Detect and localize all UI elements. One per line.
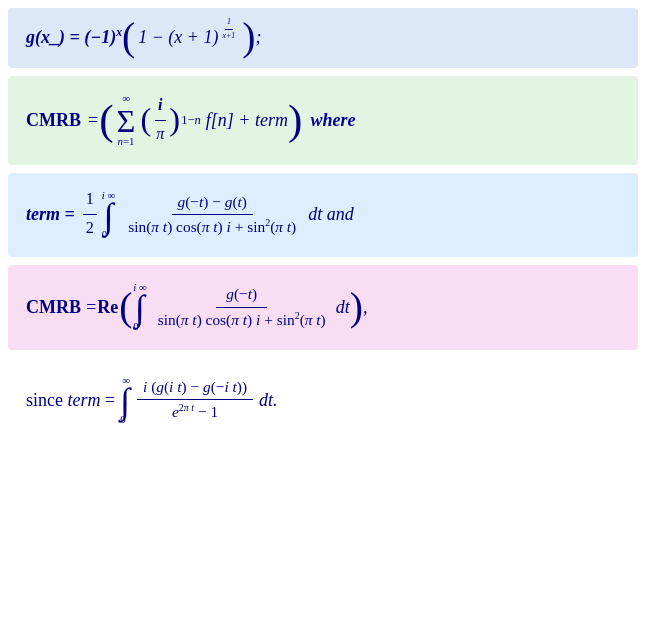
formula-block-1: g(x_) = (−1)x ( 1 − (x + 1)1x+1 ) ; — [8, 8, 638, 68]
re-frac: g(−t) sin(π t) cos(π t) i + sin2(π t) — [154, 282, 330, 332]
half-frac: 1 2 — [83, 187, 97, 242]
since-text: since term = — [26, 386, 115, 415]
formula-g: g(x_) = (−1)x ( 1 − (x + 1)1x+1 ) ; — [26, 22, 261, 54]
re-paren-close: ) — [350, 292, 363, 324]
i-over-pi: i π — [153, 93, 167, 148]
since-frac: i (g(i t) − g(−i t)) e2π t − 1 — [137, 375, 253, 425]
integrand-frac: g(−t) − g(t) sin(π t) cos(π t) i + sin2(… — [122, 190, 302, 240]
g-content: 1 − (x + 1)1x+1 — [138, 23, 239, 52]
integral-1: i ∞ ∫ 0 — [102, 187, 115, 244]
formula-term: term = 1 2 i ∞ ∫ 0 g(−t) − g(t) sin(π t)… — [26, 187, 354, 244]
cmrb-label-2: CMRB — [26, 293, 81, 322]
formula-since: since term = ∞ ∫ 0 i (g(i t) − g(−i t)) … — [26, 372, 278, 429]
exponent-1n: 1−n — [181, 110, 201, 130]
comma: , — [363, 293, 368, 322]
fn-term: f[n] + term — [206, 106, 288, 135]
formula-block-4: CMRB = Re ( i ∞ ∫ 0 g(−t) sin(π t) cos(π… — [8, 265, 638, 350]
outer-paren-close: ) — [288, 103, 302, 138]
formula-block-3: term = 1 2 i ∞ ∫ 0 g(−t) − g(t) sin(π t)… — [8, 173, 638, 258]
equals-2: = — [85, 293, 97, 322]
re-label: Re — [97, 293, 118, 322]
formula-block-2: CMRB = ( ∞ Σ n=1 ( i π ) 1−n f[n] + term… — [8, 76, 638, 165]
big-paren-open: ( — [122, 22, 135, 54]
dt-and: dt and — [308, 200, 354, 229]
inner-paren-open: ( — [140, 107, 151, 133]
g-lhs: g(x_) = (−1)x — [26, 23, 122, 52]
integral-2: i ∞ ∫ 0 — [133, 279, 146, 336]
g-semicolon: ; — [255, 23, 261, 52]
equals: = — [87, 106, 99, 135]
where-text: where — [310, 106, 355, 135]
outer-paren-open: ( — [99, 103, 113, 138]
formula-cmrb-re: CMRB = Re ( i ∞ ∫ 0 g(−t) sin(π t) cos(π… — [26, 279, 367, 336]
dt-period: dt. — [259, 386, 278, 415]
big-paren-close: ) — [242, 22, 255, 54]
dt-re: dt — [336, 293, 350, 322]
formula-cmrb-sum: CMRB = ( ∞ Σ n=1 ( i π ) 1−n f[n] + term… — [26, 90, 355, 151]
term-label: term = — [26, 200, 75, 229]
cmrb-label: CMRB — [26, 106, 81, 135]
summation: ∞ Σ n=1 — [117, 90, 136, 151]
formula-block-5: since term = ∞ ∫ 0 i (g(i t) − g(−i t)) … — [8, 358, 638, 443]
integral-3: ∞ ∫ 0 — [120, 372, 130, 429]
inner-paren-close: ) — [169, 107, 180, 133]
re-paren-open: ( — [119, 292, 132, 324]
